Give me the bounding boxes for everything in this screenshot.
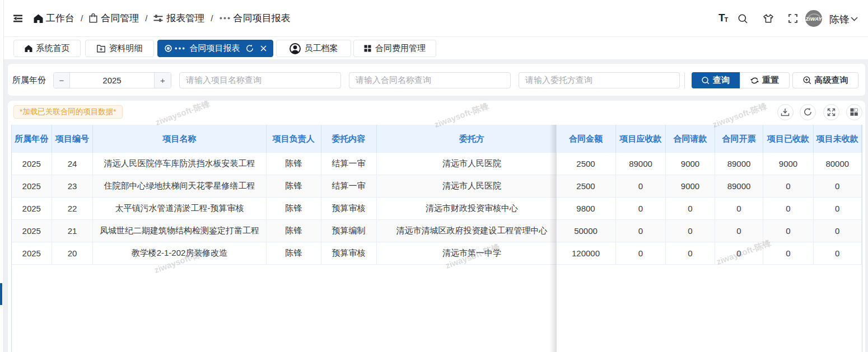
svg-text:ZiWAY: ZiWAY [805, 16, 822, 22]
